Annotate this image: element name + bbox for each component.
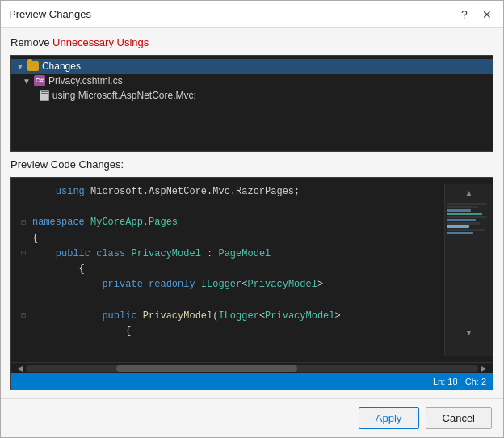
hscroll-thumb[interactable] — [116, 365, 297, 372]
collapse-1 — [21, 186, 29, 199]
dialog-title: Preview Changes — [9, 8, 91, 20]
collapse-brace2 — [21, 263, 29, 276]
minimap-line-3 — [447, 209, 471, 212]
arrow-using — [34, 91, 36, 100]
minimap-line-9 — [447, 229, 485, 231]
section2-label: Preview Code Changes: — [10, 158, 124, 171]
folder-icon-changes — [27, 61, 39, 71]
code-line-1: using Microsoft.AspNetCore.Mvc.RazorPage… — [18, 184, 438, 200]
code-brace3-text: { — [32, 324, 131, 339]
minimap-line-1 — [447, 203, 487, 205]
tree-node-privacy[interactable]: ▼ C# Privacy.cshtml.cs — [11, 74, 493, 88]
minimap-line-5 — [447, 216, 487, 218]
statusbar-position: Ln: 18 Ch: 2 — [433, 377, 486, 386]
minimap-content — [445, 200, 493, 238]
tree-node-changes[interactable]: ▼ Changes — [11, 59, 493, 74]
collapse-private — [21, 279, 29, 292]
minimap-scroll-up[interactable]: ▲ — [445, 184, 493, 200]
collapse-ctor[interactable]: ⊟ — [21, 310, 29, 322]
code-line-private: private readonly ILogger<PrivacyModel> _ — [18, 277, 438, 293]
code-panel[interactable]: using Microsoft.AspNetCore.Mvc.RazorPage… — [10, 177, 494, 390]
title-bar: Preview Changes ? ✕ — [1, 1, 503, 28]
apply-button[interactable]: Apply — [359, 407, 419, 429]
collapse-brace1 — [21, 232, 29, 245]
hscroll-track[interactable] — [26, 365, 478, 372]
minimap-line-2 — [447, 206, 478, 208]
code-brace1-text: { — [32, 231, 38, 246]
code-line-namespace-text: namespace MyCoreApp.Pages — [32, 215, 178, 230]
minimap-line-8 — [447, 225, 469, 228]
code-line-1-text: using Microsoft.AspNetCore.Mvc.RazorPage… — [32, 184, 300, 200]
doc-icon-using — [40, 90, 49, 101]
tree-node-privacy-label: Privacy.cshtml.cs — [48, 75, 123, 86]
code-brace2-text: { — [32, 262, 85, 277]
help-button[interactable]: ? — [456, 6, 472, 23]
dialog-body: Remove Unnecessary Usings ▼ Changes ▼ C#… — [1, 28, 503, 398]
code-line-blank2 — [18, 293, 438, 308]
title-bar-buttons: ? ✕ — [456, 6, 495, 23]
code-line-brace3: { — [18, 324, 438, 339]
scroll-left-arrow[interactable]: ◀ — [15, 364, 26, 373]
code-statusbar: Ln: 18 Ch: 2 — [11, 373, 493, 390]
code-area[interactable]: using Microsoft.AspNetCore.Mvc.RazorPage… — [11, 178, 493, 362]
tree-node-changes-label: Changes — [42, 61, 81, 72]
preview-changes-dialog: Preview Changes ? ✕ Remove Unnecessary U… — [0, 0, 504, 438]
minimap-scroll-down[interactable]: ▼ — [445, 324, 493, 339]
tree-node-using[interactable]: using Microsoft.AspNetCore.Mvc; — [11, 88, 493, 103]
collapse-brace3 — [21, 325, 29, 338]
close-button[interactable]: ✕ — [479, 6, 495, 23]
code-line-brace1: { — [18, 231, 438, 246]
collapse-class[interactable]: ⊟ — [21, 247, 29, 260]
dialog-footer: Apply Cancel — [1, 398, 503, 437]
arrow-changes: ▼ — [16, 62, 24, 71]
section1-label: Remove Unnecessary Usings — [10, 36, 149, 48]
code-line-brace2: { — [18, 262, 438, 277]
hscrollbar[interactable]: ◀ ▶ — [11, 362, 493, 373]
minimap-line-7 — [447, 222, 480, 225]
cs-icon-privacy: C# — [34, 75, 45, 86]
scroll-right-arrow[interactable]: ▶ — [478, 364, 489, 373]
collapse-ns[interactable]: ⊟ — [21, 217, 29, 230]
arrow-privacy: ▼ — [23, 77, 31, 86]
section1-header: Remove Unnecessary Usings — [10, 36, 494, 48]
minimap: ▲ ▼ — [444, 184, 493, 356]
section1-label-red: Unnecessary Usings — [52, 36, 149, 48]
changes-tree-panel[interactable]: ▼ Changes ▼ C# Privacy.cshtml.cs using M… — [10, 55, 494, 152]
code-line-ctor: ⊟ public PrivacyModel(ILogger<PrivacyMod… — [18, 309, 438, 324]
code-content: using Microsoft.AspNetCore.Mvc.RazorPage… — [11, 184, 444, 356]
code-line-class-text: public class PrivacyModel : PageModel — [32, 246, 271, 262]
code-line-private-text: private readonly ILogger<PrivacyModel> _ — [32, 277, 335, 293]
minimap-line-6 — [447, 219, 476, 221]
tree-node-using-label: using Microsoft.AspNetCore.Mvc; — [52, 90, 196, 101]
cancel-button[interactable]: Cancel — [426, 407, 492, 429]
code-line-class: ⊟ public class PrivacyModel : PageModel — [18, 246, 438, 262]
section2-header: Preview Code Changes: — [10, 158, 494, 171]
code-line-ctor-text: public PrivacyModel(ILogger<PrivacyModel… — [32, 309, 341, 324]
code-line-blank1 — [18, 200, 438, 215]
minimap-line-10 — [447, 232, 473, 234]
code-line-namespace: ⊟ namespace MyCoreApp.Pages — [18, 215, 438, 230]
minimap-line-4 — [447, 213, 482, 215]
